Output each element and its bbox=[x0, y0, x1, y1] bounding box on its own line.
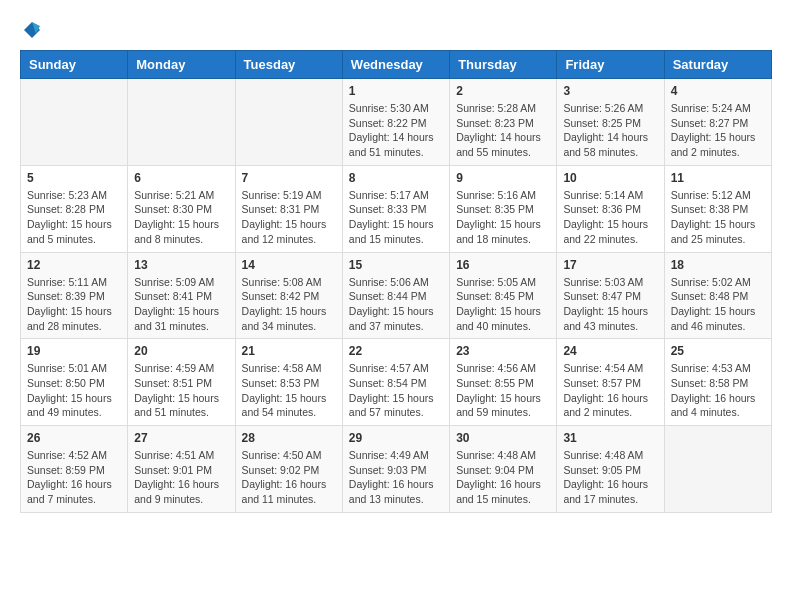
cell-content: Sunrise: 4:53 AM Sunset: 8:58 PM Dayligh… bbox=[671, 361, 765, 420]
day-number: 31 bbox=[563, 431, 657, 445]
page-header bbox=[20, 20, 772, 40]
calendar-cell: 5Sunrise: 5:23 AM Sunset: 8:28 PM Daylig… bbox=[21, 165, 128, 252]
cell-content: Sunrise: 5:30 AM Sunset: 8:22 PM Dayligh… bbox=[349, 101, 443, 160]
cell-content: Sunrise: 5:08 AM Sunset: 8:42 PM Dayligh… bbox=[242, 275, 336, 334]
day-number: 19 bbox=[27, 344, 121, 358]
day-number: 9 bbox=[456, 171, 550, 185]
calendar-day-header: Friday bbox=[557, 51, 664, 79]
calendar-cell: 10Sunrise: 5:14 AM Sunset: 8:36 PM Dayli… bbox=[557, 165, 664, 252]
calendar-cell: 27Sunrise: 4:51 AM Sunset: 9:01 PM Dayli… bbox=[128, 426, 235, 513]
cell-content: Sunrise: 5:28 AM Sunset: 8:23 PM Dayligh… bbox=[456, 101, 550, 160]
day-number: 12 bbox=[27, 258, 121, 272]
day-number: 23 bbox=[456, 344, 550, 358]
calendar-day-header: Wednesday bbox=[342, 51, 449, 79]
day-number: 11 bbox=[671, 171, 765, 185]
calendar-day-header: Sunday bbox=[21, 51, 128, 79]
calendar-cell: 24Sunrise: 4:54 AM Sunset: 8:57 PM Dayli… bbox=[557, 339, 664, 426]
cell-content: Sunrise: 4:54 AM Sunset: 8:57 PM Dayligh… bbox=[563, 361, 657, 420]
calendar-cell: 18Sunrise: 5:02 AM Sunset: 8:48 PM Dayli… bbox=[664, 252, 771, 339]
calendar-cell: 31Sunrise: 4:48 AM Sunset: 9:05 PM Dayli… bbox=[557, 426, 664, 513]
calendar-cell: 23Sunrise: 4:56 AM Sunset: 8:55 PM Dayli… bbox=[450, 339, 557, 426]
calendar-cell bbox=[664, 426, 771, 513]
day-number: 13 bbox=[134, 258, 228, 272]
cell-content: Sunrise: 5:05 AM Sunset: 8:45 PM Dayligh… bbox=[456, 275, 550, 334]
calendar-cell: 16Sunrise: 5:05 AM Sunset: 8:45 PM Dayli… bbox=[450, 252, 557, 339]
day-number: 20 bbox=[134, 344, 228, 358]
calendar-cell: 14Sunrise: 5:08 AM Sunset: 8:42 PM Dayli… bbox=[235, 252, 342, 339]
day-number: 14 bbox=[242, 258, 336, 272]
calendar-cell: 4Sunrise: 5:24 AM Sunset: 8:27 PM Daylig… bbox=[664, 79, 771, 166]
cell-content: Sunrise: 5:17 AM Sunset: 8:33 PM Dayligh… bbox=[349, 188, 443, 247]
cell-content: Sunrise: 5:14 AM Sunset: 8:36 PM Dayligh… bbox=[563, 188, 657, 247]
calendar-cell: 17Sunrise: 5:03 AM Sunset: 8:47 PM Dayli… bbox=[557, 252, 664, 339]
day-number: 4 bbox=[671, 84, 765, 98]
calendar-cell: 13Sunrise: 5:09 AM Sunset: 8:41 PM Dayli… bbox=[128, 252, 235, 339]
calendar-cell: 15Sunrise: 5:06 AM Sunset: 8:44 PM Dayli… bbox=[342, 252, 449, 339]
cell-content: Sunrise: 4:56 AM Sunset: 8:55 PM Dayligh… bbox=[456, 361, 550, 420]
calendar-cell: 1Sunrise: 5:30 AM Sunset: 8:22 PM Daylig… bbox=[342, 79, 449, 166]
day-number: 28 bbox=[242, 431, 336, 445]
calendar-cell: 26Sunrise: 4:52 AM Sunset: 8:59 PM Dayli… bbox=[21, 426, 128, 513]
calendar-day-header: Saturday bbox=[664, 51, 771, 79]
calendar-cell bbox=[128, 79, 235, 166]
calendar-cell: 12Sunrise: 5:11 AM Sunset: 8:39 PM Dayli… bbox=[21, 252, 128, 339]
logo-icon bbox=[22, 20, 42, 40]
day-number: 3 bbox=[563, 84, 657, 98]
calendar-table: SundayMondayTuesdayWednesdayThursdayFrid… bbox=[20, 50, 772, 513]
calendar-cell: 28Sunrise: 4:50 AM Sunset: 9:02 PM Dayli… bbox=[235, 426, 342, 513]
cell-content: Sunrise: 5:21 AM Sunset: 8:30 PM Dayligh… bbox=[134, 188, 228, 247]
calendar-header-row: SundayMondayTuesdayWednesdayThursdayFrid… bbox=[21, 51, 772, 79]
calendar-week-row: 12Sunrise: 5:11 AM Sunset: 8:39 PM Dayli… bbox=[21, 252, 772, 339]
day-number: 21 bbox=[242, 344, 336, 358]
calendar-cell: 20Sunrise: 4:59 AM Sunset: 8:51 PM Dayli… bbox=[128, 339, 235, 426]
cell-content: Sunrise: 5:26 AM Sunset: 8:25 PM Dayligh… bbox=[563, 101, 657, 160]
day-number: 1 bbox=[349, 84, 443, 98]
calendar-week-row: 26Sunrise: 4:52 AM Sunset: 8:59 PM Dayli… bbox=[21, 426, 772, 513]
day-number: 18 bbox=[671, 258, 765, 272]
day-number: 2 bbox=[456, 84, 550, 98]
calendar-cell: 2Sunrise: 5:28 AM Sunset: 8:23 PM Daylig… bbox=[450, 79, 557, 166]
calendar-cell: 6Sunrise: 5:21 AM Sunset: 8:30 PM Daylig… bbox=[128, 165, 235, 252]
calendar-day-header: Monday bbox=[128, 51, 235, 79]
cell-content: Sunrise: 5:06 AM Sunset: 8:44 PM Dayligh… bbox=[349, 275, 443, 334]
calendar-cell: 29Sunrise: 4:49 AM Sunset: 9:03 PM Dayli… bbox=[342, 426, 449, 513]
day-number: 16 bbox=[456, 258, 550, 272]
cell-content: Sunrise: 4:57 AM Sunset: 8:54 PM Dayligh… bbox=[349, 361, 443, 420]
cell-content: Sunrise: 5:01 AM Sunset: 8:50 PM Dayligh… bbox=[27, 361, 121, 420]
day-number: 29 bbox=[349, 431, 443, 445]
cell-content: Sunrise: 4:48 AM Sunset: 9:05 PM Dayligh… bbox=[563, 448, 657, 507]
cell-content: Sunrise: 5:24 AM Sunset: 8:27 PM Dayligh… bbox=[671, 101, 765, 160]
day-number: 10 bbox=[563, 171, 657, 185]
cell-content: Sunrise: 5:23 AM Sunset: 8:28 PM Dayligh… bbox=[27, 188, 121, 247]
cell-content: Sunrise: 4:50 AM Sunset: 9:02 PM Dayligh… bbox=[242, 448, 336, 507]
cell-content: Sunrise: 4:48 AM Sunset: 9:04 PM Dayligh… bbox=[456, 448, 550, 507]
calendar-cell: 30Sunrise: 4:48 AM Sunset: 9:04 PM Dayli… bbox=[450, 426, 557, 513]
day-number: 8 bbox=[349, 171, 443, 185]
cell-content: Sunrise: 4:59 AM Sunset: 8:51 PM Dayligh… bbox=[134, 361, 228, 420]
calendar-cell: 19Sunrise: 5:01 AM Sunset: 8:50 PM Dayli… bbox=[21, 339, 128, 426]
cell-content: Sunrise: 4:51 AM Sunset: 9:01 PM Dayligh… bbox=[134, 448, 228, 507]
logo bbox=[20, 20, 42, 40]
cell-content: Sunrise: 5:09 AM Sunset: 8:41 PM Dayligh… bbox=[134, 275, 228, 334]
day-number: 7 bbox=[242, 171, 336, 185]
calendar-day-header: Thursday bbox=[450, 51, 557, 79]
day-number: 24 bbox=[563, 344, 657, 358]
cell-content: Sunrise: 5:19 AM Sunset: 8:31 PM Dayligh… bbox=[242, 188, 336, 247]
day-number: 17 bbox=[563, 258, 657, 272]
calendar-cell bbox=[235, 79, 342, 166]
calendar-week-row: 19Sunrise: 5:01 AM Sunset: 8:50 PM Dayli… bbox=[21, 339, 772, 426]
cell-content: Sunrise: 4:52 AM Sunset: 8:59 PM Dayligh… bbox=[27, 448, 121, 507]
calendar-cell: 11Sunrise: 5:12 AM Sunset: 8:38 PM Dayli… bbox=[664, 165, 771, 252]
cell-content: Sunrise: 5:03 AM Sunset: 8:47 PM Dayligh… bbox=[563, 275, 657, 334]
day-number: 25 bbox=[671, 344, 765, 358]
calendar-week-row: 1Sunrise: 5:30 AM Sunset: 8:22 PM Daylig… bbox=[21, 79, 772, 166]
cell-content: Sunrise: 4:49 AM Sunset: 9:03 PM Dayligh… bbox=[349, 448, 443, 507]
calendar-week-row: 5Sunrise: 5:23 AM Sunset: 8:28 PM Daylig… bbox=[21, 165, 772, 252]
calendar-cell: 25Sunrise: 4:53 AM Sunset: 8:58 PM Dayli… bbox=[664, 339, 771, 426]
calendar-cell: 9Sunrise: 5:16 AM Sunset: 8:35 PM Daylig… bbox=[450, 165, 557, 252]
calendar-cell bbox=[21, 79, 128, 166]
calendar-day-header: Tuesday bbox=[235, 51, 342, 79]
cell-content: Sunrise: 4:58 AM Sunset: 8:53 PM Dayligh… bbox=[242, 361, 336, 420]
calendar-cell: 7Sunrise: 5:19 AM Sunset: 8:31 PM Daylig… bbox=[235, 165, 342, 252]
calendar-cell: 8Sunrise: 5:17 AM Sunset: 8:33 PM Daylig… bbox=[342, 165, 449, 252]
